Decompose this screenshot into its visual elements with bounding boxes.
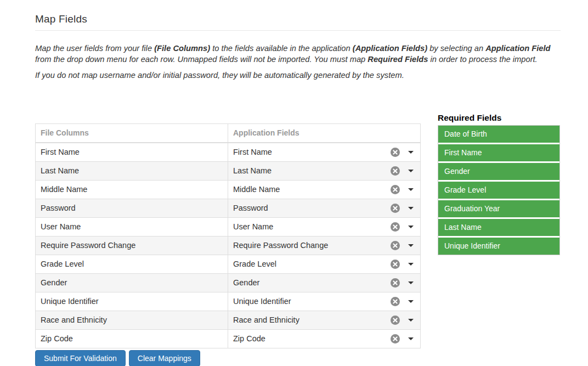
file-column-cell: Zip Code [36,330,228,348]
application-fields-header: Application Fields [228,124,421,143]
caret-down-icon[interactable] [408,226,414,228]
table-row: Zip Code Zip Code [36,330,421,348]
application-field-value: First Name [233,148,272,157]
instruction-text: to the fields available in the applicati… [210,44,353,53]
required-fields-title: Required Fields [438,113,560,123]
submit-for-validation-button[interactable]: Submit For Validation [35,350,126,366]
required-field-item: First Name [438,144,559,163]
required-fields-list: Date of Birth First Name Gender Grade Le… [438,125,560,255]
required-field-item: Gender [438,163,559,182]
table-row: Middle Name Middle Name [36,181,421,199]
table-row: Gender Gender [36,274,421,292]
title-divider [35,30,561,31]
page-title: Map Fields [35,13,561,25]
required-field-item: Grade Level [438,182,559,200]
instruction-text: in order to process the import. [428,55,538,64]
table-row: Require Password Change Require Password… [36,237,421,255]
clear-mapping-icon[interactable] [391,297,400,306]
file-column-cell: Unique Identifier [36,292,228,311]
application-field-value: Gender [233,278,259,288]
instruction-text-bold: Application Field [485,44,550,53]
file-column-cell: Require Password Change [36,237,228,255]
file-column-cell: Middle Name [36,181,228,199]
clear-mapping-icon[interactable] [391,278,400,288]
application-field-cell[interactable]: Unique Identifier [228,292,421,311]
table-row: First Name First Name [36,143,421,162]
required-field-item: Unique Identifier [438,238,559,255]
table-row: User Name User Name [36,218,421,237]
field-mapping-table: File Columns Application Fields First Na… [35,123,421,348]
application-field-value: Unique Identifier [233,297,291,306]
required-field-item: Last Name [438,219,559,238]
clear-mapping-icon[interactable] [391,166,400,176]
application-field-value: Last Name [233,166,272,176]
application-field-cell[interactable]: User Name [228,218,421,237]
file-columns-header: File Columns [36,124,228,143]
clear-mapping-icon[interactable] [391,222,400,232]
caret-down-icon[interactable] [408,170,414,172]
instructions-paragraph-2: If you do not map username and/or initia… [35,70,561,81]
table-row: Race and Ethnicity Race and Ethnicity [36,311,421,330]
application-field-cell[interactable]: Require Password Change [228,237,421,255]
application-field-cell[interactable]: Race and Ethnicity [228,311,421,330]
file-column-cell: Last Name [36,162,228,181]
file-column-cell: First Name [36,143,228,162]
caret-down-icon[interactable] [408,151,414,154]
instruction-text: Map the user fields from your file [35,44,154,53]
application-field-value: Password [233,204,268,213]
application-field-cell[interactable]: Gender [228,274,421,292]
table-row: Password Password [36,199,421,218]
main-content: File Columns Application Fields First Na… [35,113,561,366]
required-field-item: Date of Birth [438,126,559,144]
file-column-cell: Password [36,199,228,218]
caret-down-icon[interactable] [408,207,414,210]
map-fields-page: Map Fields Map the user fields from your… [35,0,561,366]
application-field-value: User Name [233,222,273,232]
table-header-row: File Columns Application Fields [36,124,421,143]
instruction-text-bold: Required Fields [368,55,428,64]
caret-down-icon[interactable] [408,244,414,247]
caret-down-icon[interactable] [408,281,414,284]
instruction-text: from the drop down menu for each row. Un… [35,55,368,64]
caret-down-icon[interactable] [408,263,414,266]
caret-down-icon[interactable] [408,337,414,340]
instructions-paragraph-1: Map the user fields from your file (File… [35,43,561,65]
mapping-table-section: File Columns Application Fields First Na… [35,123,421,366]
file-column-cell: User Name [36,218,228,237]
action-buttons: Submit For Validation Clear Mappings [35,350,421,366]
application-field-cell[interactable]: Grade Level [228,255,421,274]
clear-mapping-icon[interactable] [391,204,400,213]
clear-mapping-icon[interactable] [391,241,400,250]
clear-mapping-icon[interactable] [391,316,400,325]
table-row: Last Name Last Name [36,162,421,181]
application-field-value: Middle Name [233,185,280,194]
application-field-value: Require Password Change [233,241,328,250]
clear-mapping-icon[interactable] [391,148,400,157]
required-fields-section: Required Fields Date of Birth First Name… [438,113,560,255]
instruction-text-bold: (File Columns) [154,44,210,53]
application-field-value: Zip Code [233,334,265,344]
application-field-cell[interactable]: Last Name [228,162,421,181]
table-row: Unique Identifier Unique Identifier [36,292,421,311]
file-column-cell: Grade Level [36,255,228,274]
clear-mapping-icon[interactable] [391,185,400,194]
clear-mapping-icon[interactable] [391,260,400,269]
instruction-text-bold: (Application Fields) [353,44,427,53]
instruction-text: by selecting an [427,44,485,53]
clear-mapping-icon[interactable] [391,334,400,344]
application-field-cell[interactable]: First Name [228,143,421,162]
caret-down-icon[interactable] [408,188,414,191]
file-column-cell: Race and Ethnicity [36,311,228,330]
file-column-cell: Gender [36,274,228,292]
required-field-item: Graduation Year [438,200,559,219]
application-field-cell[interactable]: Password [228,199,421,218]
application-field-cell[interactable]: Middle Name [228,181,421,199]
application-field-value: Grade Level [233,260,276,269]
application-field-value: Race and Ethnicity [233,316,299,325]
clear-mappings-button[interactable]: Clear Mappings [129,350,200,366]
application-field-cell[interactable]: Zip Code [228,330,421,348]
caret-down-icon[interactable] [408,319,414,322]
table-row: Grade Level Grade Level [36,255,421,274]
instructions: Map the user fields from your file (File… [35,43,561,81]
caret-down-icon[interactable] [408,300,414,303]
